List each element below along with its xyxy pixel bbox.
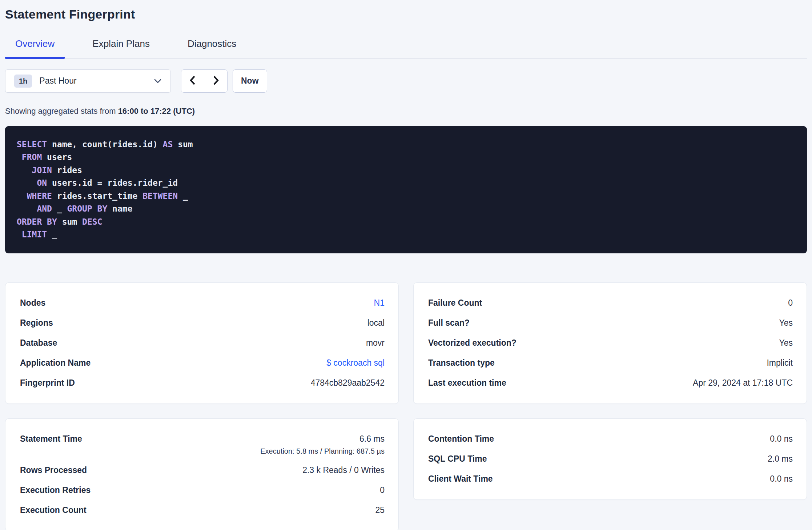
sql-statement-box: SELECT name, count(rides.id) AS sum FROM… bbox=[5, 126, 807, 253]
page-container: Statement Fingerprint Overview Explain P… bbox=[5, 0, 807, 530]
chevron-right-icon bbox=[212, 75, 220, 87]
stat-row-nodes: Nodes N1 bbox=[20, 297, 385, 308]
sql-line: ON users.id = rides.rider_id bbox=[17, 177, 796, 190]
stat-value: 2.0 ms bbox=[768, 453, 793, 464]
stat-label: Application Name bbox=[20, 357, 91, 368]
stat-label: Execution Retries bbox=[20, 485, 91, 495]
stat-label: Transaction type bbox=[428, 357, 495, 368]
stat-value: Yes bbox=[779, 317, 793, 328]
stat-row-application-name: Application Name $ cockroach sql bbox=[20, 357, 385, 368]
previous-time-button[interactable] bbox=[181, 70, 204, 92]
sql-line: LIMIT _ bbox=[17, 228, 796, 241]
now-button[interactable]: Now bbox=[233, 69, 267, 93]
stat-row-contention-time: Contention Time 0.0 ns bbox=[428, 433, 793, 444]
execution-attributes-card: Failure Count 0 Full scan? Yes Vectorize… bbox=[413, 282, 807, 404]
aggregated-stats-note: Showing aggregated stats from 16:00 to 1… bbox=[5, 107, 807, 116]
page-title: Statement Fingerprint bbox=[5, 7, 807, 21]
time-step-buttons bbox=[181, 69, 228, 93]
stat-value: 0.0 ns bbox=[770, 433, 793, 444]
stat-value: Apr 29, 2024 at 17:18 UTC bbox=[693, 377, 793, 388]
stat-row-execution-count: Execution Count 25 bbox=[20, 505, 385, 515]
stat-row-failure-count: Failure Count 0 bbox=[428, 297, 793, 308]
chevron-down-icon bbox=[154, 79, 162, 84]
stat-row-client-wait-time: Client Wait Time 0.0 ns bbox=[428, 473, 793, 484]
sql-line: JOIN rides bbox=[17, 164, 796, 177]
aggregated-stats-prefix: Showing aggregated stats from bbox=[5, 107, 118, 116]
stat-label: Execution Count bbox=[20, 505, 87, 515]
stat-label: Vectorized execution? bbox=[428, 337, 516, 348]
stat-value: 25 bbox=[375, 505, 385, 515]
stat-row-last-execution-time: Last execution time Apr 29, 2024 at 17:1… bbox=[428, 377, 793, 388]
stat-label: Rows Processed bbox=[20, 465, 87, 475]
stat-label: Client Wait Time bbox=[428, 473, 493, 484]
stat-value: 0 bbox=[788, 297, 793, 308]
stat-value: Implicit bbox=[767, 357, 793, 368]
time-range-dropdown[interactable]: 1h Past Hour bbox=[5, 69, 171, 93]
tab-explain-plans[interactable]: Explain Plans bbox=[82, 38, 160, 59]
stat-value: Yes bbox=[779, 337, 793, 348]
time-range-badge: 1h bbox=[14, 75, 32, 88]
stat-label: Failure Count bbox=[428, 297, 482, 308]
aggregated-stats-range: 16:00 to 17:22 (UTC) bbox=[118, 107, 195, 116]
stat-row-vectorized: Vectorized execution? Yes bbox=[428, 337, 793, 348]
statement-time-card: Statement Time 6.6 ms Execution: 5.8 ms … bbox=[5, 418, 399, 530]
sql-line: WHERE rides.start_time BETWEEN _ bbox=[17, 190, 796, 203]
stat-row-fingerprint-id: Fingerprint ID 4784cb829aab2542 bbox=[20, 377, 385, 388]
stat-label: Full scan? bbox=[428, 317, 470, 328]
stat-row-rows-processed: Rows Processed 2.3 k Reads / 0 Writes bbox=[20, 465, 385, 475]
stat-row-execution-retries: Execution Retries 0 bbox=[20, 485, 385, 495]
wait-time-card: Contention Time 0.0 ns SQL CPU Time 2.0 … bbox=[413, 418, 807, 500]
stat-label: Nodes bbox=[20, 297, 45, 308]
info-cards-row: Nodes N1 Regions local Database movr App… bbox=[5, 282, 807, 404]
time-range-label: Past Hour bbox=[39, 76, 76, 86]
chevron-left-icon bbox=[189, 75, 196, 87]
stat-row-database: Database movr bbox=[20, 337, 385, 348]
stat-label: Regions bbox=[20, 317, 53, 328]
perf-cards-row: Statement Time 6.6 ms Execution: 5.8 ms … bbox=[5, 418, 807, 530]
time-controls: 1h Past Hour Now bbox=[5, 69, 807, 93]
sql-line: FROM users bbox=[17, 151, 796, 164]
stat-value: 6.6 ms bbox=[359, 433, 385, 444]
stat-label: Fingerprint ID bbox=[20, 377, 75, 388]
stat-value: 0 bbox=[380, 485, 385, 495]
sql-line: ORDER BY sum DESC bbox=[17, 216, 796, 229]
stat-label: Database bbox=[20, 337, 57, 348]
stat-label: SQL CPU Time bbox=[428, 453, 487, 464]
stat-value: 4784cb829aab2542 bbox=[311, 377, 385, 388]
next-time-button[interactable] bbox=[204, 70, 227, 92]
stat-value: 0.0 ns bbox=[770, 473, 793, 484]
nodes-link[interactable]: N1 bbox=[374, 297, 385, 308]
stat-row-transaction-type: Transaction type Implicit bbox=[428, 357, 793, 368]
application-name-link[interactable]: $ cockroach sql bbox=[326, 357, 385, 368]
tab-bar: Overview Explain Plans Diagnostics bbox=[5, 38, 807, 59]
stat-label: Last execution time bbox=[428, 377, 506, 388]
sql-line: AND _ GROUP BY name bbox=[17, 202, 796, 216]
stat-value: local bbox=[367, 317, 385, 328]
stat-label: Statement Time bbox=[20, 433, 82, 444]
stat-subvalue: Execution: 5.8 ms / Planning: 687.5 µs bbox=[260, 447, 385, 455]
sql-line: SELECT name, count(rides.id) AS sum bbox=[17, 138, 796, 151]
stat-value: movr bbox=[366, 337, 385, 348]
statement-info-card: Nodes N1 Regions local Database movr App… bbox=[5, 282, 399, 404]
stat-value: 2.3 k Reads / 0 Writes bbox=[302, 465, 385, 475]
tab-diagnostics[interactable]: Diagnostics bbox=[177, 38, 246, 59]
stat-label: Contention Time bbox=[428, 433, 494, 444]
stat-row-statement-time: Statement Time 6.6 ms Execution: 5.8 ms … bbox=[20, 433, 385, 455]
stat-row-sql-cpu-time: SQL CPU Time 2.0 ms bbox=[428, 453, 793, 464]
stat-row-regions: Regions local bbox=[20, 317, 385, 328]
stat-row-full-scan: Full scan? Yes bbox=[428, 317, 793, 328]
tab-overview[interactable]: Overview bbox=[5, 38, 65, 59]
